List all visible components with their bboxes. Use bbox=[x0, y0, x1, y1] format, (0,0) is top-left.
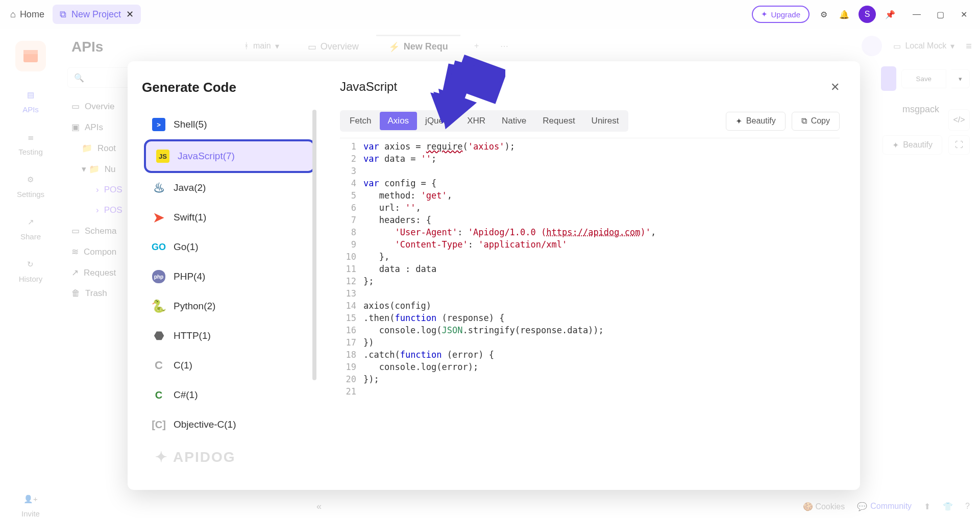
csharp-icon: C bbox=[152, 388, 165, 402]
code-language-title: JavaScript bbox=[340, 80, 840, 94]
modal-title: Generate Code bbox=[142, 80, 317, 95]
lang-label: Java(2) bbox=[174, 182, 206, 193]
close-icon[interactable]: ✕ bbox=[126, 9, 134, 20]
subtab-jquery[interactable]: jQuery bbox=[417, 112, 459, 130]
lang-item-python[interactable]: 🐍Python(2) bbox=[142, 291, 317, 321]
swift-icon: ➤ bbox=[152, 211, 165, 224]
subtab-fetch[interactable]: Fetch bbox=[341, 112, 380, 130]
shell-icon: > bbox=[152, 118, 165, 131]
lang-label: C#(1) bbox=[174, 389, 198, 401]
home-label: Home bbox=[20, 9, 44, 20]
subtab-request[interactable]: Request bbox=[534, 112, 583, 130]
lang-label: Go(1) bbox=[174, 241, 199, 253]
modal-close-icon[interactable]: ✕ bbox=[830, 81, 840, 94]
upgrade-button[interactable]: ✦ Upgrade bbox=[752, 6, 810, 23]
pin-icon[interactable]: 📌 bbox=[884, 8, 896, 20]
lang-item-java[interactable]: ♨Java(2) bbox=[142, 173, 317, 203]
lang-item-objectivec[interactable]: [C]Objective-C(1) bbox=[142, 410, 317, 439]
lang-item-ruby[interactable]: ◆Ruby(1) bbox=[142, 439, 317, 442]
objc-icon: [C] bbox=[152, 418, 165, 431]
lang-label: Shell(5) bbox=[174, 119, 207, 130]
language-list: >Shell(5)JSJavaScript(7)♨Java(2)➤Swift(1… bbox=[142, 110, 317, 442]
lang-label: Objective-C(1) bbox=[174, 419, 236, 430]
lang-item-c[interactable]: CC(1) bbox=[142, 351, 317, 380]
gear-icon[interactable]: ⚙ bbox=[818, 8, 830, 20]
beautify-code-button[interactable]: ✦ Beautify bbox=[726, 112, 786, 131]
code-editor[interactable]: 123456789101112131415161718192021 var ax… bbox=[340, 138, 840, 490]
lang-label: Python(2) bbox=[174, 301, 215, 312]
avatar-initial: S bbox=[865, 10, 870, 19]
lang-item-shell[interactable]: >Shell(5) bbox=[142, 110, 317, 139]
generate-code-modal: Generate Code >Shell(5)JSJavaScript(7)♨J… bbox=[128, 61, 860, 490]
lang-label: Swift(1) bbox=[174, 212, 206, 223]
c-icon: C bbox=[152, 359, 165, 372]
minimize-icon[interactable]: — bbox=[911, 8, 923, 20]
lang-item-javascript[interactable]: JSJavaScript(7) bbox=[144, 139, 315, 173]
maximize-icon[interactable]: ▢ bbox=[934, 8, 946, 20]
sparkle-icon: ✦ bbox=[761, 10, 768, 19]
lang-item-c[interactable]: CC#(1) bbox=[142, 380, 317, 410]
php-icon: php bbox=[152, 270, 165, 283]
lang-item-php[interactable]: phpPHP(4) bbox=[142, 262, 317, 291]
bell-icon[interactable]: 🔔 bbox=[838, 8, 850, 20]
close-window-icon[interactable]: ✕ bbox=[958, 8, 970, 20]
java-icon: ♨ bbox=[152, 181, 165, 194]
subtab-xhr[interactable]: XHR bbox=[459, 112, 494, 130]
project-tab[interactable]: ⧉ New Project ✕ bbox=[53, 5, 141, 24]
home-link[interactable]: ⌂ Home bbox=[10, 9, 44, 20]
lang-item-go[interactable]: GOGo(1) bbox=[142, 232, 317, 262]
subtab-native[interactable]: Native bbox=[494, 112, 534, 130]
go-icon: GO bbox=[152, 240, 165, 254]
lang-item-http[interactable]: ⬣HTTP(1) bbox=[142, 321, 317, 351]
new-window-icon: ⧉ bbox=[60, 9, 66, 20]
upgrade-label: Upgrade bbox=[771, 10, 800, 19]
http-icon: ⬣ bbox=[152, 329, 165, 342]
project-tab-label: New Project bbox=[71, 9, 121, 20]
subtab-axios[interactable]: Axios bbox=[380, 112, 418, 130]
line-gutter: 123456789101112131415161718192021 bbox=[340, 140, 363, 490]
copy-code-button[interactable]: ⧉ Copy bbox=[792, 112, 840, 131]
brand-mark: ✦ APIDOG bbox=[142, 442, 317, 472]
lang-label: JavaScript(7) bbox=[178, 151, 235, 162]
home-icon: ⌂ bbox=[10, 9, 16, 20]
js-icon: JS bbox=[156, 150, 169, 163]
subtab-bar: FetchAxiosjQueryXHRNativeRequestUnirest bbox=[340, 110, 628, 132]
titlebar: ⌂ Home ⧉ New Project ✕ ✦ Upgrade ⚙ 🔔 S 📌… bbox=[0, 0, 980, 29]
lang-label: PHP(4) bbox=[174, 271, 205, 282]
lang-item-swift[interactable]: ➤Swift(1) bbox=[142, 203, 317, 232]
lang-label: HTTP(1) bbox=[174, 330, 211, 341]
avatar[interactable]: S bbox=[859, 6, 876, 23]
lang-label: C(1) bbox=[174, 360, 192, 371]
scrollbar-thumb[interactable] bbox=[312, 110, 316, 380]
code-lines: var axios = require('axios'); var data =… bbox=[363, 140, 840, 490]
subtab-unirest[interactable]: Unirest bbox=[583, 112, 627, 130]
python-icon: 🐍 bbox=[152, 300, 165, 313]
